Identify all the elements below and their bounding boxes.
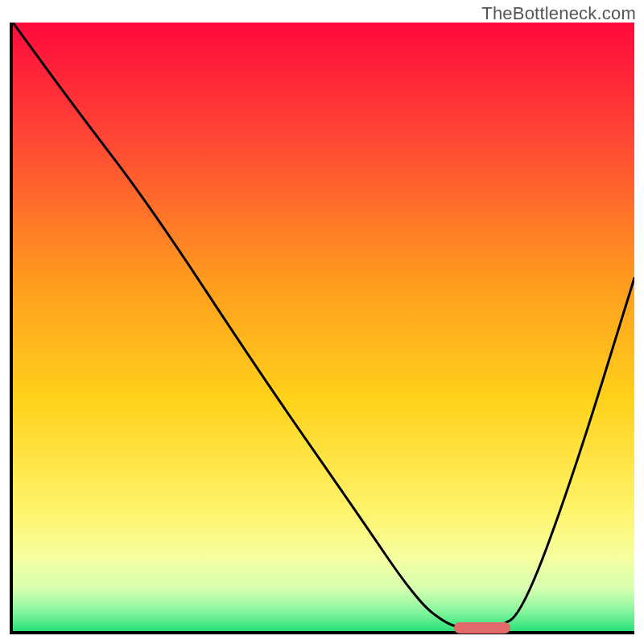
line-curve: [13, 23, 634, 631]
plot-area: [13, 23, 634, 631]
plot-axes: [10, 23, 634, 634]
chart-container: TheBottleneck.com: [0, 0, 644, 644]
watermark-text: TheBottleneck.com: [481, 3, 636, 24]
optimal-range-marker: [454, 622, 510, 634]
